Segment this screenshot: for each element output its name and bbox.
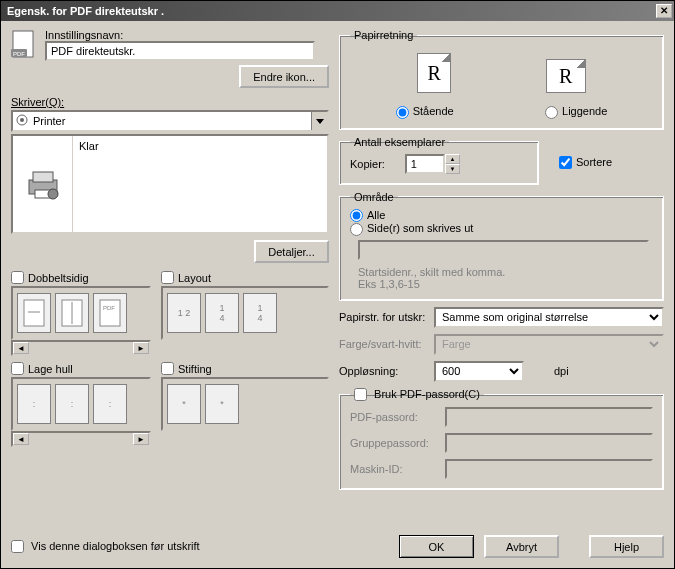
pdf-password-checkbox[interactable] xyxy=(354,388,367,401)
window-title: Egensk. for PDF direkteutskr . xyxy=(7,5,656,17)
duplex-option-icon[interactable]: PDF xyxy=(93,293,127,333)
punch-checkbox[interactable] xyxy=(11,362,24,375)
layout-option-icon[interactable]: 14 xyxy=(243,293,277,333)
svg-point-4 xyxy=(20,118,24,122)
range-group: Område Alle Side(r) som skrives ut Start… xyxy=(339,191,664,301)
titlebar: Egensk. for PDF direkteutskr . ✕ xyxy=(1,1,674,21)
staple-checkbox[interactable] xyxy=(161,362,174,375)
copies-group: Antall eksemplarer Kopier: ▲ ▼ xyxy=(339,136,539,185)
orientation-legend: Papirretning xyxy=(350,29,417,41)
pdf-password-legend[interactable]: Bruk PDF-passord(C) xyxy=(350,388,484,402)
svg-rect-6 xyxy=(33,172,53,182)
portrait-radio-label[interactable]: Stående xyxy=(396,105,454,119)
scroll-right-icon[interactable]: ► xyxy=(133,342,149,354)
punch-option-icon[interactable]: : xyxy=(93,384,127,424)
printer-label: Skriver(Q): xyxy=(11,96,329,108)
help-button[interactable]: Hjelp xyxy=(589,535,664,558)
landscape-radio[interactable] xyxy=(545,106,558,119)
layout-checkbox[interactable] xyxy=(161,271,174,284)
settings-name-label: Innstillingsnavn: xyxy=(45,29,329,41)
resolution-dropdown[interactable]: 600 xyxy=(434,361,524,382)
landscape-icon: R xyxy=(546,59,586,93)
duplex-checkbox[interactable] xyxy=(11,271,24,284)
range-pages-label[interactable]: Side(r) som skrives ut xyxy=(350,222,473,234)
paper-size-dropdown[interactable]: Samme som original størrelse xyxy=(434,307,664,328)
target-icon xyxy=(13,114,31,128)
printer-dropdown[interactable]: Printer xyxy=(11,110,329,132)
duplex-option-icon[interactable] xyxy=(55,293,89,333)
copies-label: Kopier: xyxy=(350,158,385,170)
pdf-pwd-label: PDF-passord: xyxy=(350,411,445,423)
dialog-window: Egensk. for PDF direkteutskr . ✕ PDF Inn… xyxy=(0,0,675,569)
punch-option-icon[interactable]: : xyxy=(55,384,89,424)
printer-selected: Printer xyxy=(31,115,311,127)
range-pages-radio[interactable] xyxy=(350,223,363,236)
staple-options[interactable]: * * xyxy=(161,377,329,431)
cancel-button[interactable]: Avbryt xyxy=(484,535,559,558)
printer-status: Klar xyxy=(79,140,99,152)
punch-option-icon[interactable]: : xyxy=(17,384,51,424)
staple-option-icon[interactable]: * xyxy=(205,384,239,424)
machine-id-input xyxy=(445,459,653,479)
pdf-icon: PDF xyxy=(11,29,39,61)
color-label: Farge/svart-hvitt: xyxy=(339,338,434,350)
dropdown-arrow-icon[interactable] xyxy=(311,112,327,130)
color-dropdown: Farge xyxy=(434,334,664,355)
duplex-label: Dobbeltsidig xyxy=(28,272,89,284)
layout-option-icon[interactable]: 1 2 xyxy=(167,293,201,333)
collate-label[interactable]: Sortere xyxy=(559,156,612,168)
details-button[interactable]: Detaljer... xyxy=(254,240,329,263)
punch-scrollbar[interactable]: ◄ ► xyxy=(11,431,151,447)
close-icon[interactable]: ✕ xyxy=(656,4,672,18)
pdf-password-group: Bruk PDF-passord(C) PDF-passord: Gruppep… xyxy=(339,388,664,491)
orientation-group: Papirretning R R Stående Liggende xyxy=(339,29,664,130)
svg-text:PDF: PDF xyxy=(103,305,115,311)
duplex-scrollbar[interactable]: ◄ ► xyxy=(11,340,151,356)
pdf-pwd-input xyxy=(445,407,653,427)
show-dialog-checkbox[interactable] xyxy=(11,540,24,553)
show-dialog-label[interactable]: Vis denne dialogboksen før utskrift xyxy=(11,540,200,554)
layout-option-icon[interactable]: 14 xyxy=(205,293,239,333)
svg-text:PDF: PDF xyxy=(13,51,25,57)
scroll-right-icon[interactable]: ► xyxy=(133,433,149,445)
group-pwd-input xyxy=(445,433,653,453)
range-all-radio[interactable] xyxy=(350,209,363,222)
layout-label: Layout xyxy=(178,272,211,284)
change-icon-button[interactable]: Endre ikon... xyxy=(239,65,329,88)
scroll-left-icon[interactable]: ◄ xyxy=(13,342,29,354)
machine-id-label: Maskin-ID: xyxy=(350,463,445,475)
settings-name-input[interactable] xyxy=(45,41,315,61)
paper-size-label: Papirstr. for utskr: xyxy=(339,311,434,323)
scroll-left-icon[interactable]: ◄ xyxy=(13,433,29,445)
svg-rect-11 xyxy=(100,300,120,326)
range-legend: Område xyxy=(350,191,398,203)
landscape-radio-label[interactable]: Liggende xyxy=(545,105,607,119)
spin-down-icon[interactable]: ▼ xyxy=(445,164,460,174)
staple-option-icon[interactable]: * xyxy=(167,384,201,424)
range-pages-input[interactable] xyxy=(358,240,649,260)
range-all-label[interactable]: Alle xyxy=(350,209,385,221)
punch-label: Lage hull xyxy=(28,363,73,375)
duplex-option-icon[interactable] xyxy=(17,293,51,333)
printer-icon xyxy=(13,136,73,232)
range-hint2: Eks 1,3,6-15 xyxy=(358,278,653,290)
copies-input[interactable] xyxy=(405,154,445,174)
range-hint1: Startsidenr., skilt med komma. xyxy=(358,266,653,278)
punch-options[interactable]: : : : xyxy=(11,377,151,431)
collate-checkbox[interactable] xyxy=(559,156,572,169)
resolution-unit: dpi xyxy=(554,365,569,377)
copies-legend: Antall eksemplarer xyxy=(350,136,449,148)
group-pwd-label: Gruppepassord: xyxy=(350,437,445,449)
staple-label: Stifting xyxy=(178,363,212,375)
svg-rect-9 xyxy=(24,300,44,326)
portrait-icon: R xyxy=(417,53,451,93)
layout-options[interactable]: 1 2 14 14 xyxy=(161,286,329,340)
ok-button[interactable]: OK xyxy=(399,535,474,558)
spin-up-icon[interactable]: ▲ xyxy=(445,154,460,164)
printer-preview: Klar xyxy=(11,134,329,234)
portrait-radio[interactable] xyxy=(396,106,409,119)
resolution-label: Oppløsning: xyxy=(339,365,434,377)
duplex-options[interactable]: PDF xyxy=(11,286,151,340)
svg-point-8 xyxy=(48,189,58,199)
